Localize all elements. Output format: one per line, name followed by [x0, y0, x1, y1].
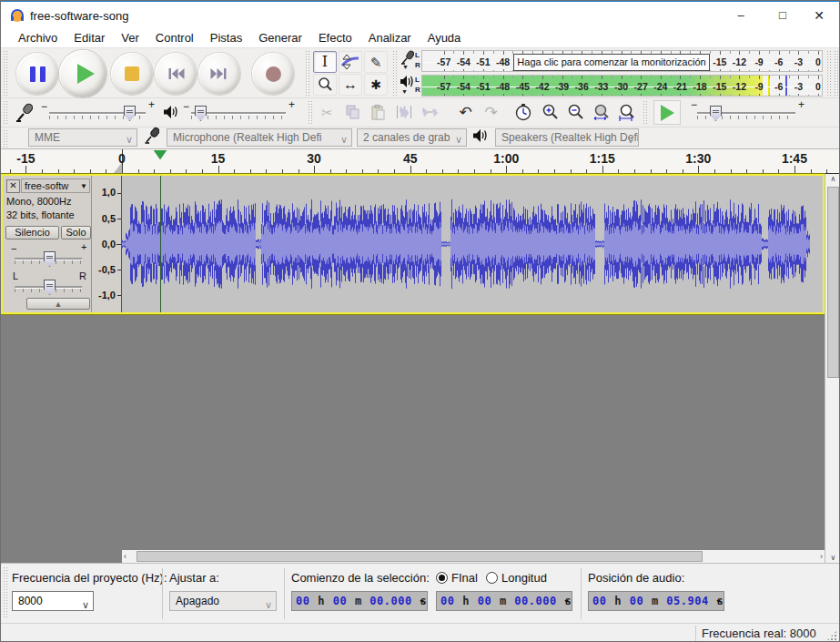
vertical-scroll-thumb[interactable]: [827, 187, 839, 378]
skip-to-end-button[interactable]: [198, 53, 240, 95]
selection-start-field[interactable]: 00 h 00 m 00.000 s▼: [291, 591, 428, 611]
silence-button[interactable]: [417, 100, 441, 124]
selection-toolbar-grabber[interactable]: [3, 566, 9, 619]
fit-project-button[interactable]: [614, 100, 639, 124]
stop-button[interactable]: [111, 53, 153, 95]
gain-thumb[interactable]: [44, 251, 56, 267]
playhead-triangle-icon[interactable]: [154, 150, 167, 159]
input-channels-select[interactable]: 2 canales de grab∨: [357, 128, 467, 147]
horizontal-scroll-thumb[interactable]: [137, 551, 703, 562]
transport-toolbar-grabber[interactable]: [3, 50, 9, 96]
selection-tool-button[interactable]: I: [313, 51, 337, 73]
record-meter[interactable]: -57-54-51-48-45-42-39-36-33-30-27-24-21-…: [421, 50, 823, 72]
meter-toolbar-grabber[interactable]: [392, 50, 399, 96]
playback-meter-dropdown-icon[interactable]: ▼: [401, 88, 408, 95]
fit-selection-button[interactable]: [589, 100, 613, 124]
pause-button[interactable]: [16, 53, 58, 95]
draw-tool-button[interactable]: ✎: [364, 51, 388, 73]
paste-icon: [371, 105, 385, 120]
scroll-left-icon[interactable]: ‹: [124, 550, 127, 563]
waveform-area[interactable]: [122, 176, 823, 312]
timeline-ruler[interactable]: -1501530451:001:151:301:45: [1, 149, 839, 174]
spin-arrow-icon[interactable]: ▼: [419, 598, 425, 605]
input-device-select[interactable]: Microphone (Realtek High Defi∨: [167, 128, 352, 147]
play-at-speed-grabber[interactable]: [643, 100, 649, 125]
radio-length[interactable]: [486, 572, 498, 584]
radio-end-label[interactable]: FInal: [451, 571, 478, 585]
playback-meter[interactable]: -57-54-51-48-45-42-39-36-33-30-27-24-21-…: [421, 75, 823, 97]
mute-button[interactable]: Silencio: [5, 226, 59, 239]
audio-host-select[interactable]: MME∨: [28, 128, 137, 147]
tools-toolbar-grabber[interactable]: [305, 50, 311, 96]
timeshift-tool-button[interactable]: ↔: [339, 74, 362, 96]
collapse-track-button[interactable]: ▲: [26, 298, 90, 310]
envelope-tool-button[interactable]: [339, 51, 362, 73]
spin-arrow-icon[interactable]: ▼: [563, 598, 570, 605]
menu-generar[interactable]: Generar: [250, 28, 310, 48]
paste-button[interactable]: [366, 100, 390, 124]
menu-analizar[interactable]: Analizar: [360, 28, 420, 48]
zoom-tool-button[interactable]: [313, 74, 337, 96]
mixer-toolbar-grabber[interactable]: [3, 100, 9, 125]
track-title-menu[interactable]: free-softw▼: [21, 178, 90, 193]
menu-control[interactable]: Control: [147, 28, 202, 48]
record-meter-dropdown-icon[interactable]: ▼: [402, 64, 409, 70]
sync-lock-button[interactable]: [511, 100, 535, 124]
copy-button[interactable]: [340, 100, 365, 124]
edit-toolbar-grabber[interactable]: [308, 100, 314, 125]
radio-end[interactable]: [436, 572, 448, 584]
scroll-down-icon[interactable]: ∨: [825, 554, 840, 562]
audio-position-field[interactable]: 00 h 00 m 05.904 s▼: [588, 591, 724, 611]
selection-end-field[interactable]: 00 h 00 m 00.000 s▼: [436, 591, 572, 611]
spin-arrow-icon[interactable]: ▼: [715, 598, 722, 605]
solo-button[interactable]: Solo: [61, 226, 91, 239]
device-toolbar-grabber[interactable]: [3, 129, 9, 148]
zoom-out-button[interactable]: [563, 100, 588, 124]
menu-ayuda[interactable]: Ayuda: [420, 28, 470, 48]
gain-minus-label: −: [11, 243, 16, 254]
title-bar[interactable]: free-software-song – □ ✕: [1, 1, 839, 28]
speed-plus-label: +: [798, 98, 805, 111]
snap-to-select[interactable]: Apagado∨: [169, 591, 277, 611]
close-button[interactable]: ✕: [798, 2, 840, 29]
redo-button[interactable]: ↷: [479, 100, 503, 124]
vertical-scrollbar[interactable]: ∧ ∨: [825, 174, 840, 563]
play-button[interactable]: [59, 50, 106, 97]
monitoring-tooltip[interactable]: Haga clic para comenzar la monitorizació…: [513, 54, 710, 71]
zoom-in-button[interactable]: [538, 100, 562, 124]
radio-length-label[interactable]: Longitud: [501, 571, 547, 585]
multi-tool-button[interactable]: ✱: [364, 74, 388, 96]
playback-meter-speaker-icon[interactable]: [400, 75, 414, 88]
trim-outside-button[interactable]: [391, 100, 416, 124]
pan-thumb[interactable]: [44, 280, 56, 295]
track-vertical-ruler[interactable]: 1,0 0,5 0,0 -0,5 -1,0: [92, 176, 122, 312]
output-device-select[interactable]: Speakers (Realtek High Definit∨: [495, 128, 639, 147]
ruler-label: -0,5: [98, 264, 116, 275]
resize-grip[interactable]: [826, 630, 837, 641]
menu-efecto[interactable]: Efecto: [310, 28, 360, 48]
fit-selection-icon: [592, 104, 611, 121]
track-close-button[interactable]: ✕: [6, 179, 20, 193]
cut-button[interactable]: ✂: [315, 100, 339, 124]
undo-button[interactable]: ↶: [453, 100, 478, 124]
scroll-up-icon[interactable]: ∧: [825, 175, 840, 183]
minimize-button[interactable]: –: [720, 2, 762, 29]
play-icon: [77, 64, 95, 84]
track-canvas[interactable]: ✕ free-softw▼ Mono, 8000Hz 32 bits, flot…: [1, 174, 825, 563]
window-title: free-software-song: [30, 9, 128, 23]
menu-archivo[interactable]: Archivo: [10, 28, 66, 48]
menu-ver[interactable]: Ver: [113, 28, 147, 48]
dock-resize-grabber-2[interactable]: [834, 50, 840, 96]
play-at-speed-button[interactable]: [653, 100, 681, 125]
dock-resize-grabber-1[interactable]: [826, 50, 833, 96]
audio-position-label: Posición de audio:: [588, 571, 684, 585]
scroll-right-icon[interactable]: ›: [820, 550, 823, 563]
skip-to-start-button[interactable]: [155, 53, 197, 95]
audio-track[interactable]: ✕ free-softw▼ Mono, 8000Hz 32 bits, flot…: [1, 174, 825, 314]
menu-pistas[interactable]: Pistas: [202, 28, 250, 48]
horizontal-scrollbar[interactable]: ‹ ›: [122, 550, 825, 563]
record-button[interactable]: [252, 53, 294, 95]
record-meter-mic-icon[interactable]: [400, 50, 414, 65]
menu-editar[interactable]: Editar: [66, 28, 113, 48]
project-rate-select[interactable]: 8000∨: [12, 591, 94, 611]
